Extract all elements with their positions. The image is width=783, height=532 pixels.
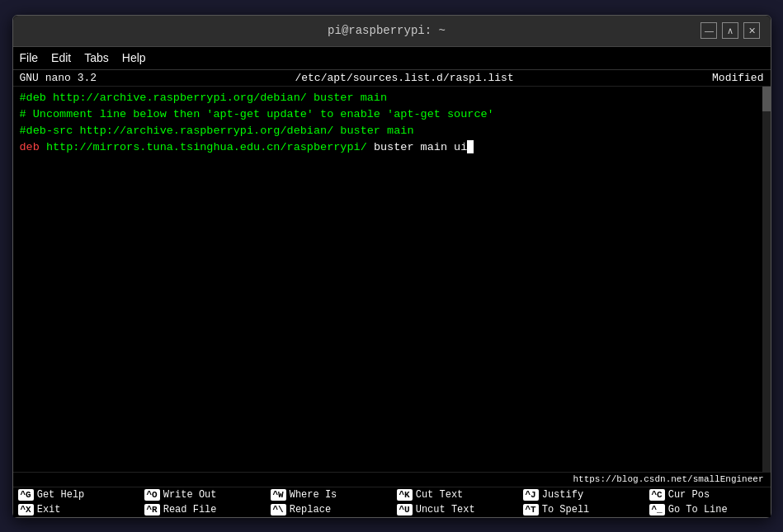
shortcut-replace: ^\ Replace: [266, 502, 392, 517]
shortcut-label-where-is: Where Is: [290, 489, 337, 501]
shortcut-label-read-file: Read File: [163, 504, 217, 516]
shortcut-read-file: ^R Read File: [139, 502, 266, 517]
shortcut-label-replace: Replace: [290, 504, 331, 516]
shortcut-uncut-text: ^U Uncut Text: [392, 502, 518, 517]
shortcut-label-cur-pos: Cur Pos: [668, 489, 710, 501]
shortcut-get-help: ^G Get Help: [13, 487, 139, 502]
shortcut-where-is: ^W Where Is: [266, 487, 392, 502]
editor-line-4: deb http://mirrors.tuna.tsinghua.edu.cn/…: [20, 139, 764, 156]
shortcut-bar: ^G Get Help ^O Write Out ^W Where Is ^K …: [13, 487, 771, 517]
shortcut-cut-text: ^K Cut Text: [392, 487, 518, 502]
shortcut-key-o: ^O: [144, 489, 160, 501]
shortcut-row-2: ^X Exit ^R Read File ^\ Replace ^U Uncut…: [13, 502, 771, 517]
shortcut-key-k: ^K: [397, 489, 413, 501]
shortcut-key-backslash: ^\: [271, 504, 286, 516]
terminal-window: pi@raspberrypi: ~ — ∧ ✕ File Edit Tabs H…: [12, 15, 771, 518]
shortcut-key-x: ^X: [18, 504, 34, 516]
scrollbar-thumb: [762, 87, 771, 111]
shortcut-exit: ^X Exit: [13, 502, 139, 517]
nano-filename: /etc/apt/sources.list.d/raspi.list: [295, 72, 513, 84]
editor-line-2: # Uncomment line below then 'apt-get upd…: [20, 106, 764, 123]
nano-status: Modified: [712, 72, 763, 84]
nano-version: GNU nano 3.2: [20, 72, 97, 84]
menu-help[interactable]: Help: [122, 51, 146, 64]
close-button[interactable]: ✕: [743, 22, 760, 39]
editor-line-3: #deb-src http://archive.raspberrypi.org/…: [20, 123, 764, 139]
shortcut-label-uncut-text: Uncut Text: [416, 504, 475, 516]
shortcut-row-1: ^G Get Help ^O Write Out ^W Where Is ^K …: [13, 487, 771, 502]
shortcut-label-go-to-line: Go To Line: [668, 504, 728, 516]
cursor: [467, 140, 474, 153]
shortcut-label-cut-text: Cut Text: [416, 489, 464, 501]
shortcut-key-r: ^R: [144, 504, 160, 516]
shortcut-justify: ^J Justify: [518, 487, 644, 502]
shortcut-write-out: ^O Write Out: [139, 487, 266, 502]
shortcut-label-justify: Justify: [542, 489, 583, 501]
nano-header: GNU nano 3.2 /etc/apt/sources.list.d/ras…: [13, 70, 771, 87]
editor-line-1: #deb http://archive.raspberrypi.org/debi…: [20, 90, 764, 106]
menu-bar: File Edit Tabs Help: [13, 47, 771, 70]
maximize-button[interactable]: ∧: [722, 22, 738, 39]
shortcut-key-t: ^T: [523, 504, 539, 516]
shortcut-to-spell: ^T To Spell: [518, 502, 644, 517]
title-bar-title: pi@raspberrypi: ~: [328, 24, 446, 37]
title-bar-controls: — ∧ ✕: [700, 22, 760, 39]
scrollbar[interactable]: [762, 87, 771, 472]
status-url: https://blog.csdn.net/smallEngineer: [573, 474, 763, 484]
shortcut-key-g: ^G: [18, 489, 34, 501]
shortcut-key-c: ^C: [649, 489, 665, 501]
shortcut-cur-pos: ^C Cur Pos: [644, 487, 771, 502]
shortcut-label-write-out: Write Out: [163, 489, 217, 501]
shortcut-key-u: ^U: [397, 504, 413, 516]
minimize-button[interactable]: —: [700, 22, 717, 39]
shortcut-key-j: ^J: [523, 489, 539, 501]
shortcut-key-w: ^W: [271, 489, 286, 501]
editor-area[interactable]: #deb http://archive.raspberrypi.org/debi…: [13, 87, 771, 472]
menu-edit[interactable]: Edit: [51, 51, 71, 64]
status-bar: https://blog.csdn.net/smallEngineer: [13, 472, 771, 487]
shortcut-go-to-line: ^_ Go To Line: [644, 502, 771, 517]
title-bar: pi@raspberrypi: ~ — ∧ ✕: [13, 16, 771, 47]
shortcut-label-to-spell: To Spell: [542, 504, 590, 516]
shortcut-label-exit: Exit: [37, 504, 61, 516]
shortcut-key-underscore: ^_: [649, 504, 665, 516]
menu-file[interactable]: File: [20, 51, 39, 64]
shortcut-label-get-help: Get Help: [37, 489, 85, 501]
menu-tabs[interactable]: Tabs: [84, 51, 109, 64]
